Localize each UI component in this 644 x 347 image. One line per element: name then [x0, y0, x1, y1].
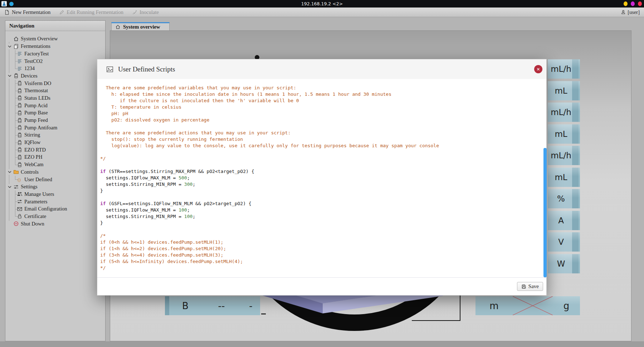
nav-item-parameters[interactable]: Parameters	[5, 198, 105, 205]
nav-item-pump-acid[interactable]: Pump Acid	[5, 102, 105, 109]
device-icon	[17, 95, 23, 101]
lock-icon	[17, 213, 23, 219]
menu-item-label: New Fermentation	[12, 9, 50, 15]
nav-item-thermostat[interactable]: Thermostat	[5, 87, 105, 94]
code-line: /*	[100, 233, 543, 239]
nav-item-label: EZO PH	[24, 154, 42, 160]
script-editor[interactable]: There are some predefined variables that…	[97, 79, 546, 278]
nav-item-controls[interactable]: Controls	[5, 168, 105, 176]
nav-item-label: Stirring	[24, 132, 40, 138]
unit-cell: V	[548, 232, 580, 252]
code-line: if the culture is not inoculated then th…	[100, 98, 543, 104]
menu-item-label: Edit Running Fermentation	[67, 9, 123, 15]
menu-item-new-fermentation[interactable]: New Fermentation	[4, 9, 50, 15]
nav-item-label: FactoryTest	[24, 51, 49, 57]
code-line: if (1<h && h<=2) devices.feedPump.setMLH…	[100, 246, 543, 252]
window-minimize-button[interactable]	[624, 1, 628, 6]
nav-item-testco2[interactable]: TestCO2	[5, 58, 105, 65]
nav-item-status-leds[interactable]: Status LEDs	[5, 94, 105, 102]
nav-item-pump-antifoam[interactable]: Pump Antifoam	[5, 124, 105, 132]
folder-icon	[13, 169, 19, 175]
editor-scrollbar[interactable]	[543, 148, 547, 277]
nav-item-1234[interactable]: 1234	[5, 65, 105, 72]
crossed-out-cell	[513, 296, 553, 315]
nav-item-factorytest[interactable]: FactoryTest	[5, 50, 105, 58]
navigation-header: Navigation	[5, 21, 105, 31]
unit-cell: W	[548, 254, 580, 273]
unit-cell: %	[548, 189, 580, 208]
unit-cell: mL/h	[548, 103, 580, 122]
device-icon	[17, 80, 23, 86]
code-line	[100, 162, 543, 168]
device-icon	[17, 162, 23, 168]
code-line: settings.IQFlow_MAX_MLM = 500;	[100, 175, 543, 181]
code-line: log(value): log any value to the console…	[100, 143, 543, 149]
diagram-line	[460, 296, 460, 321]
user-icon	[621, 10, 626, 15]
nav-item-email-configuration[interactable]: Email Configuration	[5, 205, 105, 213]
chevron-down-icon[interactable]	[7, 184, 13, 190]
shutdown-icon	[13, 221, 19, 227]
nav-item-settings[interactable]: Settings	[5, 183, 105, 190]
nav-item-webcam[interactable]: WebCam	[5, 161, 105, 168]
nav-item-label: Pump Feed	[24, 117, 48, 123]
unit-cell: mL/h	[548, 59, 580, 79]
code-line: settings.Stirring_MIN_RPM = 100;	[100, 213, 543, 220]
code-line: There are some predefined actions that y…	[100, 130, 543, 136]
table-cell: -	[241, 296, 260, 315]
nav-item-pump-base[interactable]: Pump Base	[5, 109, 105, 117]
nav-item-manage-users[interactable]: Manage Users	[5, 190, 105, 198]
nav-item-fermentations[interactable]: Fermentations	[5, 43, 105, 50]
nav-item-user-defined[interactable]: ()User Defined	[5, 176, 105, 183]
device-icon	[17, 154, 23, 160]
users-icon	[17, 191, 23, 197]
tab-system-overview[interactable]: System overview	[111, 22, 170, 30]
nav-item-iqflow[interactable]: IQFlow	[5, 139, 105, 146]
nav-item-ezo-rtd[interactable]: EZO RTD	[5, 146, 105, 154]
chevron-down-icon[interactable]	[7, 73, 13, 79]
nav-item-system-overview[interactable]: System Overview	[5, 35, 105, 43]
menubar: New FermentationEdit Running Fermentatio…	[0, 8, 644, 17]
device-icon	[17, 88, 23, 94]
doc-new-icon	[4, 10, 10, 15]
nav-item-label: Controls	[21, 169, 39, 175]
nav-item-certificate[interactable]: Certificate	[5, 213, 105, 220]
unit-cell: mL	[548, 124, 580, 144]
nav-item-pump-feed[interactable]: Pump Feed	[5, 117, 105, 124]
titlebar: 192.168.19.2 <2>	[0, 0, 644, 8]
cross-icon	[513, 296, 553, 315]
nav-item-label: Shut Down	[21, 221, 44, 227]
user-menu[interactable]: [user]	[621, 9, 640, 15]
nav-item-label: System Overview	[21, 36, 58, 42]
dialog-title: User Defined Scripts	[118, 65, 175, 73]
tab-label: System overview	[123, 24, 160, 30]
save-button[interactable]: Save	[517, 282, 543, 291]
window-close-button[interactable]	[638, 1, 642, 6]
code-line: }	[100, 220, 543, 226]
pages-icon	[13, 44, 19, 49]
nav-item-label: Visiferm DO	[24, 80, 51, 86]
window-controls	[624, 1, 642, 6]
close-icon[interactable]: ✕	[534, 65, 542, 73]
nav-item-label: Thermostat	[24, 88, 48, 94]
code-line: }	[100, 188, 543, 194]
device-icon	[13, 73, 19, 79]
nav-item-label: Certificate	[24, 213, 46, 219]
nav-item-visiferm-do[interactable]: Visiferm DO	[5, 80, 105, 87]
nav-item-shut-down[interactable]: Shut Down	[5, 220, 105, 228]
nav-item-label: Email Configuration	[24, 206, 67, 212]
chevron-down-icon[interactable]	[7, 44, 13, 49]
navigation-panel: Navigation System OverviewFermentationsF…	[5, 20, 106, 341]
nav-item-label: WebCam	[24, 162, 44, 168]
table-cell: m	[475, 296, 513, 315]
nav-item-label: Devices	[21, 73, 38, 79]
chevron-down-icon[interactable]	[7, 169, 13, 175]
nav-item-ezo-ph[interactable]: EZO PH	[5, 154, 105, 161]
nav-item-label: Parameters	[24, 199, 47, 205]
list-icon	[17, 66, 23, 71]
nav-item-stirring[interactable]: Stirring	[5, 132, 105, 139]
window-maximize-button[interactable]	[631, 1, 635, 6]
tree-spacer	[7, 36, 13, 42]
device-icon	[17, 140, 23, 145]
nav-item-devices[interactable]: Devices	[5, 72, 105, 80]
